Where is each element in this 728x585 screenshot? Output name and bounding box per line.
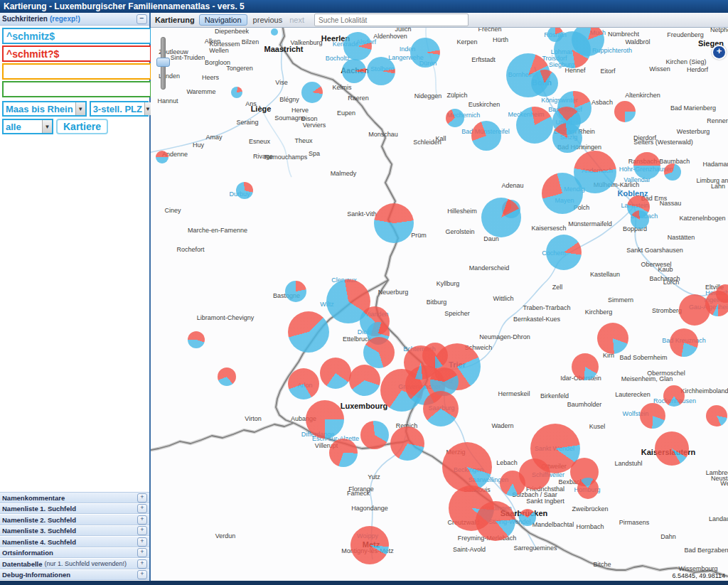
pie-marker[interactable]	[542, 173, 583, 214]
map-label: Selters (Westerwald)	[633, 139, 692, 146]
map-toolbar: Kartierung Navigation previous next	[151, 13, 728, 28]
pie-marker[interactable]	[546, 235, 582, 270]
pie-marker[interactable]	[519, 509, 536, 526]
expand-icon[interactable]: +	[137, 537, 147, 547]
map-label: Saint-Avold	[453, 546, 486, 553]
pie-marker[interactable]	[446, 109, 464, 127]
pie-marker[interactable]	[343, 32, 372, 60]
pie-marker[interactable]	[442, 442, 492, 492]
search-field-3[interactable]	[2, 63, 151, 80]
map-label: Asbach	[592, 99, 613, 106]
pie-marker[interactable]	[271, 28, 278, 36]
accordion-debug-informationen[interactable]: Debug-Informationen+	[0, 570, 149, 581]
pie-marker[interactable]	[329, 439, 358, 467]
plz-select[interactable]: 3-stell. PLZ ▼	[90, 101, 149, 117]
map-label: Sankt-Vith	[347, 210, 376, 218]
pie-marker[interactable]	[614, 101, 636, 122]
regexp-link[interactable]: (regexp!)	[50, 15, 80, 23]
pie-marker[interactable]	[188, 331, 205, 348]
pie-marker[interactable]	[423, 391, 459, 426]
pie-marker[interactable]	[218, 367, 236, 386]
search-locality-input[interactable]	[314, 14, 469, 26]
pie-marker[interactable]	[572, 353, 599, 380]
pie-marker[interactable]	[156, 151, 168, 163]
accordion-datentabelle[interactable]: Datentabelle(nur 1. Suchfeld verwenden!)…	[0, 559, 149, 570]
pie-marker[interactable]	[633, 152, 660, 179]
previous-button[interactable]: previous	[252, 16, 284, 24]
map-label: Dahn	[660, 533, 676, 540]
accordion-namenkommentare[interactable]: Namenkommentare+	[0, 493, 149, 504]
map-label: Maastricht	[264, 45, 303, 53]
accordion-ortsinformation[interactable]: Ortsinformation+	[0, 548, 149, 559]
pie-marker[interactable]	[350, 526, 389, 564]
map-label: Hürth	[493, 36, 508, 43]
pie-marker[interactable]	[236, 182, 253, 199]
pie-marker[interactable]	[231, 87, 242, 98]
chevron-down-icon[interactable]: ▼	[42, 120, 52, 133]
pie-marker[interactable]	[531, 70, 558, 97]
region-select[interactable]: Maas bis Rhein ▼	[2, 101, 87, 117]
accordion-namenliste-1-suchfeld[interactable]: Namenliste 1. Suchfeld+	[0, 504, 149, 515]
navigation-button[interactable]: Navigation	[199, 14, 247, 26]
accordion-namenliste-2-suchfeld[interactable]: Namenliste 2. Suchfeld+	[0, 515, 149, 526]
pie-marker[interactable]	[363, 337, 395, 368]
map-label: Marche-en-Famenne	[188, 227, 247, 234]
search-field-2[interactable]	[2, 45, 151, 62]
expand-icon[interactable]: +	[137, 570, 147, 579]
pie-marker[interactable]	[640, 403, 665, 429]
pie-marker[interactable]	[367, 57, 395, 85]
zoom-slider-handle[interactable]	[156, 58, 170, 67]
pie-marker[interactable]	[390, 426, 424, 461]
pie-marker[interactable]	[552, 123, 582, 153]
pie-marker[interactable]	[342, 59, 366, 83]
pie-marker[interactable]	[360, 421, 389, 449]
pie-marker[interactable]	[422, 343, 448, 368]
zoom-in-button[interactable]: +	[712, 45, 727, 60]
kartiere-button[interactable]: Kartiere	[56, 119, 108, 134]
map-label: Esneux	[249, 138, 270, 145]
expand-icon[interactable]: +	[137, 493, 147, 503]
expand-icon[interactable]: +	[137, 559, 147, 569]
pie-marker[interactable]	[306, 400, 344, 439]
pie-marker[interactable]	[655, 431, 689, 466]
search-field-1[interactable]	[2, 28, 151, 44]
collapse-icon[interactable]: −	[136, 14, 147, 24]
map-label: Bad Sobernheim	[619, 354, 667, 361]
map-canvas[interactable]: + 6.54845, 49.98114 DiepenbeekAlkenKorte…	[151, 28, 728, 581]
pie-marker[interactable]	[516, 107, 553, 144]
pie-marker[interactable]	[476, 501, 515, 541]
map-label: Euskirchen	[469, 101, 500, 108]
pie-marker[interactable]	[664, 163, 681, 181]
scope-select[interactable]: alle ▼	[2, 119, 53, 134]
pie-marker[interactable]	[285, 281, 306, 302]
map-label: Rennerod	[707, 117, 728, 124]
pie-marker[interactable]	[663, 385, 685, 407]
pie-marker[interactable]	[301, 82, 323, 103]
pie-marker[interactable]	[288, 368, 319, 399]
pie-marker[interactable]	[554, 31, 591, 68]
pie-marker[interactable]	[670, 328, 698, 357]
map-label: Manderscheid	[469, 264, 510, 272]
search-field-4[interactable]	[2, 81, 151, 97]
pie-marker[interactable]	[320, 358, 351, 389]
chevron-down-icon[interactable]: ▼	[144, 102, 151, 115]
pie-marker[interactable]	[631, 210, 649, 229]
expand-icon[interactable]: +	[137, 548, 147, 557]
accordion-namenliste-4-suchfeld[interactable]: Namenliste 4. Suchfeld+	[0, 537, 149, 548]
pie-marker[interactable]	[471, 121, 501, 151]
pie-marker[interactable]	[577, 478, 599, 499]
map-label: Libramont-Chevigny	[197, 314, 255, 321]
expand-icon[interactable]: +	[137, 515, 147, 525]
pie-marker[interactable]	[349, 365, 380, 396]
chevron-down-icon[interactable]: ▼	[75, 102, 85, 115]
pie-marker[interactable]	[481, 198, 521, 237]
expand-icon[interactable]: +	[137, 504, 147, 513]
pie-marker[interactable]	[288, 311, 329, 353]
accordion-namenliste-3-suchfeld[interactable]: Namenliste 3. Suchfeld+	[0, 526, 149, 537]
pie-marker[interactable]	[410, 38, 440, 68]
pie-marker[interactable]	[597, 323, 628, 354]
pie-marker[interactable]	[706, 405, 727, 426]
expand-icon[interactable]: +	[137, 526, 147, 535]
map-label: Sint-Truiden	[171, 54, 205, 61]
pie-marker[interactable]	[374, 203, 414, 243]
